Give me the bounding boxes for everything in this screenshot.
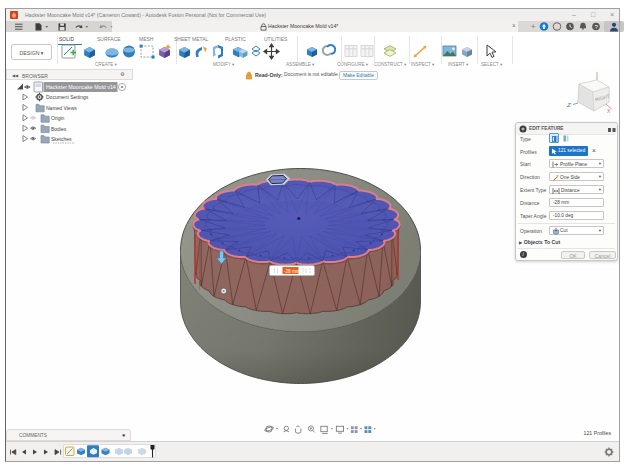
svg-text:-28 mm: -28 mm [284,269,300,274]
svg-text:Hackster Mooncake Mold v14: Hackster Mooncake Mold v14 [46,84,116,90]
svg-text:Z: Z [566,102,571,108]
svg-text:Document Settings: Document Settings [46,94,89,100]
svg-text:Sketches: Sketches [51,136,72,142]
svg-text:Origin: Origin [51,115,65,121]
svg-text:Named Views: Named Views [46,105,77,111]
svg-text:+: + [531,22,536,31]
svg-text:?: ? [594,23,598,30]
svg-text:Bodies: Bodies [51,126,67,132]
svg-text:X: X [606,108,611,114]
